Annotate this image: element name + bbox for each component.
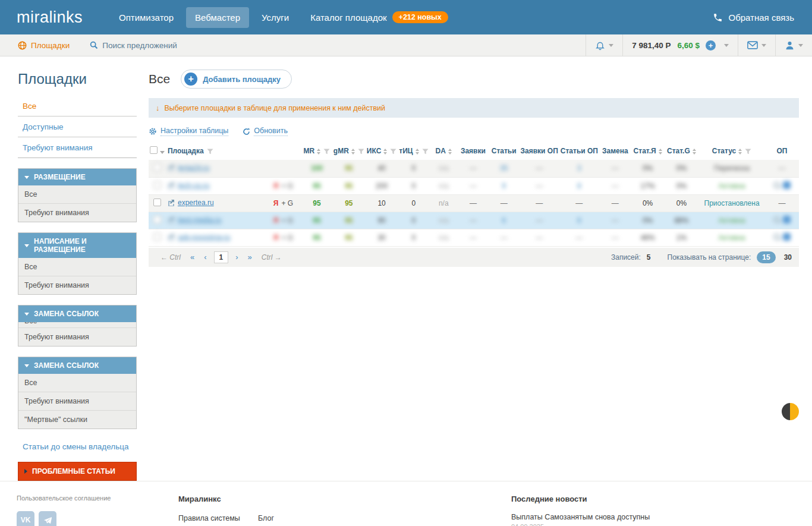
envelope-icon <box>747 41 758 49</box>
balance-dropdown[interactable]: 7 981,40 Р 6,60 $ + <box>622 34 738 56</box>
platforms-link[interactable]: Площадки <box>18 41 70 50</box>
sidebar-section-problem-articles[interactable]: ПРОБЛЕМНЫЕ СТАТЬИ <box>18 462 137 481</box>
section-item[interactable]: Требуют внимания <box>18 276 136 294</box>
messages-dropdown[interactable] <box>738 34 775 56</box>
column-header-gmr[interactable]: gMR <box>332 142 366 160</box>
prev-page-button[interactable]: ‹ <box>204 253 206 262</box>
yandex-indexed-mark: Я <box>273 216 279 225</box>
op-action-icon[interactable] <box>783 216 791 223</box>
table-row[interactable]: best-media.ruЯ+ G9595900n/a—6—6—0%88%Акт… <box>149 212 799 229</box>
platforms-table: ПлощадкаMRgMRИКСтИЦDAЗаявкиСтатьиЗаявки … <box>149 142 799 247</box>
sort-toggle[interactable] <box>383 149 387 155</box>
section-header[interactable]: ЗАМЕНА ССЫЛОК <box>18 305 136 322</box>
google-indexed-mark: + G <box>281 199 293 207</box>
chevron-down-icon <box>24 244 29 247</box>
column-header-status[interactable]: Статус <box>698 142 764 160</box>
nav-item-optimizer[interactable]: Оптимизатор <box>110 7 182 28</box>
sort-toggle[interactable] <box>693 149 696 155</box>
preview-icon[interactable] <box>773 182 780 188</box>
section-item[interactable]: Все <box>18 322 136 327</box>
nav-item-services[interactable]: Услуги <box>253 7 298 28</box>
section-header[interactable]: ЗАМЕНА ССЫЛОК <box>18 357 136 374</box>
first-page-button[interactable]: « <box>190 253 194 262</box>
feedback-link[interactable]: Обратная связь <box>713 12 794 23</box>
telegram-icon[interactable] <box>39 511 56 526</box>
preview-icon[interactable] <box>773 216 780 223</box>
section-item[interactable]: "Мертвые" ссылки <box>18 410 136 429</box>
sidebar-link-articles-owner-change[interactable]: Статьи до смены владельца <box>23 442 137 451</box>
nav-item-catalog[interactable]: Каталог площадок +212 новых <box>301 6 457 29</box>
row-checkbox[interactable] <box>153 216 161 223</box>
yandex-indexed-mark: Я <box>273 182 279 190</box>
platform-domain-link[interactable]: tech-co.ru <box>178 181 209 190</box>
column-header-stat_g[interactable]: Стат.G <box>665 142 699 160</box>
sort-toggle[interactable] <box>738 149 742 155</box>
platform-domain-link[interactable]: best-media.ru <box>178 216 221 224</box>
row-checkbox[interactable] <box>153 163 161 171</box>
column-header-mr[interactable]: MR <box>301 142 332 160</box>
section-header[interactable]: РАЗМЕЩЕНИЕ <box>18 169 136 185</box>
sidebar-link-all[interactable]: Все <box>18 96 137 116</box>
table-settings-button[interactable]: Настройки таблицы <box>149 127 228 136</box>
nav-item-webmaster[interactable]: Вебмастер <box>186 7 249 28</box>
add-funds-icon[interactable]: + <box>706 40 716 51</box>
table-row[interactable]: spb-novostroy.ruЯ+ G9595300n/a—————46%1%… <box>149 229 799 246</box>
sort-toggle[interactable] <box>659 149 662 155</box>
column-header-check[interactable] <box>149 142 166 160</box>
account-dropdown[interactable] <box>775 34 812 56</box>
section-item[interactable]: Все <box>18 374 136 392</box>
chevron-down-icon <box>724 44 729 47</box>
table-row[interactable]: lenta24.ru10095400n/a—35—3—0%0%Переписка… <box>149 160 799 177</box>
table-row[interactable]: tech-co.ruЯ+ G95952000n/a—9—8—17%0%Актив… <box>149 177 799 194</box>
notifications-dropdown[interactable] <box>586 34 622 56</box>
sidebar-link-available[interactable]: Доступные <box>18 116 137 137</box>
section-item[interactable]: Все <box>18 258 136 276</box>
op-action-icon[interactable] <box>783 181 791 189</box>
column-header-tic[interactable]: тИЦ <box>398 142 429 160</box>
arrow-down-icon: ↓ <box>156 103 160 112</box>
row-checkbox[interactable] <box>153 199 161 206</box>
sort-toggle[interactable] <box>416 149 419 155</box>
column-header-stat_ya[interactable]: Стат.Я <box>631 142 665 160</box>
select-all-checkbox[interactable] <box>150 146 158 154</box>
section-item[interactable]: Требуют внимания <box>18 203 136 222</box>
vk-icon[interactable]: VK <box>17 511 34 526</box>
op-action-icon[interactable] <box>783 233 791 241</box>
yandex-indexed-mark: Я <box>273 234 279 242</box>
sidebar-link-attention[interactable]: Требуют внимания <box>18 137 137 158</box>
section-item[interactable]: Требуют внимания <box>18 327 136 346</box>
sort-toggle[interactable] <box>317 149 320 155</box>
platform-domain-link[interactable]: lenta24.ru <box>178 163 209 172</box>
search-offers-link[interactable]: Поиск предложений <box>90 41 177 50</box>
accessibility-contrast-widget[interactable] <box>782 403 799 420</box>
add-platform-button[interactable]: + Добавить площадку <box>181 70 292 89</box>
refresh-button[interactable]: Обновить <box>243 127 288 136</box>
news-link[interactable]: Выплаты Самозанятым снова доступны <box>511 513 761 521</box>
last-page-button[interactable]: » <box>248 253 252 262</box>
sidebar-section-link-replacement-1: ЗАМЕНА ССЫЛОК Все Требуют внимания <box>18 305 137 347</box>
column-header-iks[interactable]: ИКС <box>366 142 398 160</box>
platform-domain-link[interactable]: expertea.ru <box>178 199 214 207</box>
globe-icon <box>18 41 27 50</box>
section-item[interactable]: Все <box>18 185 136 203</box>
status-badge: Активна <box>718 216 745 225</box>
preview-icon[interactable] <box>773 234 780 240</box>
row-checkbox[interactable] <box>153 233 161 241</box>
perpage-option-30[interactable]: 30 <box>784 253 792 262</box>
footer-link[interactable]: Блог <box>258 514 335 522</box>
platform-domain-link[interactable]: spb-novostroy.ru <box>178 233 230 241</box>
column-header-da[interactable]: DA <box>430 142 458 160</box>
footer-link[interactable]: Правила системы <box>178 514 256 522</box>
sort-toggle[interactable] <box>448 149 452 155</box>
row-checkbox[interactable] <box>153 181 161 189</box>
perpage-option-15[interactable]: 15 <box>757 251 775 263</box>
main-menu: Оптимизатор Вебмастер Услуги Каталог пло… <box>110 6 457 29</box>
column-header-zayavki: Заявки <box>458 142 489 160</box>
table-row[interactable]: expertea.ruЯ+ G9595100n/a—————0%0%Приост… <box>149 194 799 212</box>
next-page-button[interactable]: › <box>235 253 238 262</box>
miralinks-logo[interactable]: miralinks <box>17 8 83 27</box>
sort-toggle[interactable] <box>351 149 355 155</box>
user-agreement-link[interactable]: Пользовательское соглашение <box>17 494 178 502</box>
section-item[interactable]: Требуют внимания <box>18 392 136 410</box>
section-header[interactable]: НАПИСАНИЕ И РАЗМЕЩЕНИЕ <box>18 233 136 258</box>
